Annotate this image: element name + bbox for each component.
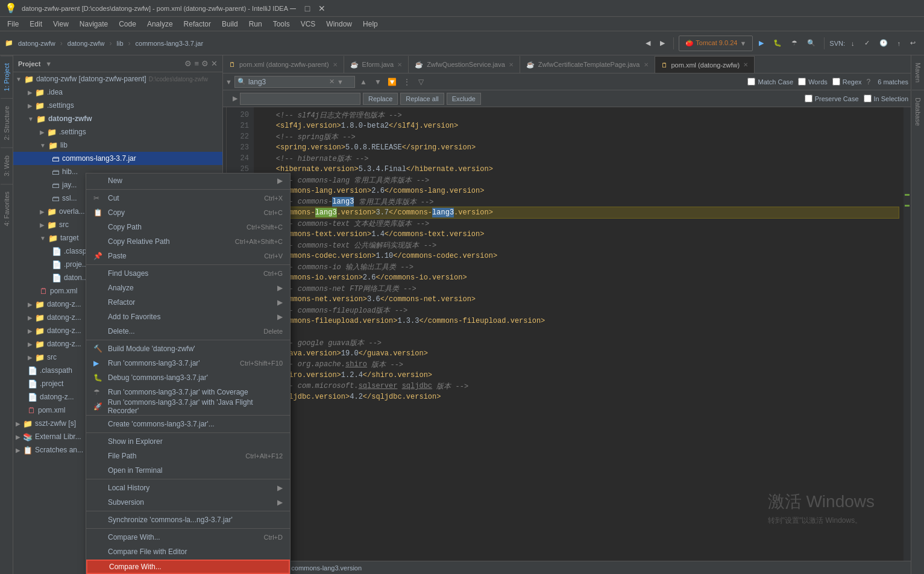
profile-button[interactable]: 🔍 [803,36,819,51]
tree-item-settings[interactable]: ▶ 📁 .settings [13,99,222,112]
cm-local-history[interactable]: Local History ▶ [86,481,290,495]
menu-run[interactable]: Run [244,19,267,30]
cm-add-favorites[interactable]: Add to Favorites ▶ [86,310,290,324]
exclude-button[interactable]: Exclude [447,93,481,105]
cm-copy-path[interactable]: Copy Path Ctrl+Shift+C [86,220,290,234]
tab-zwfw-cert[interactable]: ☕ ZwfwCertificateTemplatePage.java ✕ [520,56,655,73]
cm-add-library[interactable]: Compare With... [86,560,290,574]
coverage-button[interactable]: ☂ [788,36,801,51]
search-options-icon[interactable]: ⋮ [401,76,413,88]
cm-subversion[interactable]: Subversion ▶ [86,495,290,510]
tab-pom-parent[interactable]: 🗒 pom.xml (datong-zwfw-parent) ✕ [223,56,344,73]
debug-button[interactable]: 🐛 [770,36,785,51]
cm-compare-editor[interactable]: Compare File with Editor [86,544,290,559]
replace-collapse-icon[interactable]: ▶ [233,95,237,102]
menu-build[interactable]: Build [217,19,243,30]
cm-show-explorer[interactable]: Show in Explorer [86,434,290,449]
menu-vcs[interactable]: VCS [296,19,321,30]
tab-pom-main[interactable]: 🗒 pom.xml (datong-zwfw) ✕ [655,56,755,73]
match-case-checkbox[interactable] [747,78,755,86]
cm-debug-jar[interactable]: 🐛 Debug 'commons-lang3-3.7.jar' [86,370,290,385]
search-filter-icon[interactable]: 🔽 [386,76,398,88]
words-option[interactable]: Words [798,78,828,86]
search-prev-button[interactable]: ▲ [357,76,369,88]
right-label-database[interactable]: Database [912,90,924,133]
words-checkbox[interactable] [798,78,806,86]
replace-input[interactable] [243,95,351,103]
menu-refactor[interactable]: Refactor [179,19,216,30]
cm-find-usages[interactable]: Find Usages Ctrl+G [86,266,290,281]
settings-icon[interactable]: ⚙ [201,59,209,68]
tab-zwfw-question[interactable]: ☕ ZwfwQuestionService.java ✕ [409,56,520,73]
maximize-button[interactable]: □ [303,4,312,13]
tree-item-root[interactable]: ▼ 📁 datong-zwfw [datong-zwfw-parent] D:\… [13,72,222,86]
run-button[interactable]: ▶ [755,36,767,51]
cm-paste[interactable]: 📌 Paste Ctrl+V [86,249,290,263]
in-selection-option[interactable]: In Selection [864,95,908,102]
gear-icon[interactable]: ⚙ [184,59,192,68]
search-collapse-icon[interactable]: ▼ [225,78,232,86]
tree-item-lib[interactable]: ▼ 📁 lib [13,139,222,152]
cm-open-terminal[interactable]: Open in Terminal [86,463,290,478]
revert-button[interactable]: ↩ [907,36,919,51]
menu-analyze[interactable]: Analyze [142,19,178,30]
cm-file-path[interactable]: File Path Ctrl+Alt+F12 [86,449,290,463]
tree-item-datong-zwfw[interactable]: ▼ 📁 datong-zwfw [13,112,222,125]
cm-run-jar[interactable]: ▶ Run 'commons-lang3-3.7.jar' Ctrl+Shift… [86,356,290,370]
hide-icon[interactable]: ✕ [211,59,218,68]
close-button[interactable]: ✕ [317,4,327,13]
cm-build-module[interactable]: 🔨 Build Module 'datong-zwfw' [86,342,290,356]
cm-delete[interactable]: Delete... Delete [86,324,290,338]
right-label-maven[interactable]: Maven [912,55,924,90]
cm-copy-relative[interactable]: Copy Relative Path Ctrl+Alt+Shift+C [86,234,290,249]
menu-edit[interactable]: Edit [25,19,47,30]
menu-help[interactable]: Help [358,19,383,30]
menu-code[interactable]: Code [114,19,141,30]
cm-run-flight[interactable]: 🚀 Run 'commons-lang3-3.7.jar' with 'Java… [86,399,290,414]
forward-button[interactable]: ▶ [656,36,668,51]
search-clear-icon[interactable]: ✕ [329,78,335,86]
cm-refactor[interactable]: Refactor ▶ [86,295,290,310]
left-label-web[interactable]: 3: Web [1,148,13,184]
cm-copy[interactable]: 📋 Copy Ctrl+C [86,205,290,220]
collapse-icon[interactable]: ≡ [194,59,199,68]
match-case-option[interactable]: Match Case [747,78,793,86]
cm-create-jar[interactable]: Create 'commons-lang3-3.7.jar'... [86,417,290,431]
cm-analyze[interactable]: Analyze ▶ [86,281,290,295]
vcs-history[interactable]: 🕐 [876,36,891,51]
vcs-update[interactable]: ↓ [847,36,858,51]
menu-view[interactable]: View [48,19,74,30]
menu-tools[interactable]: Tools [268,19,295,30]
regex-checkbox[interactable] [832,78,840,86]
menu-window[interactable]: Window [321,19,357,30]
cm-new[interactable]: New ▶ [86,173,290,188]
search-next-button[interactable]: ▼ [372,76,384,88]
menu-navigate[interactable]: Navigate [75,19,113,30]
cm-run-coverage[interactable]: ☂ Run 'commons-lang3-3.7.jar' with Cover… [86,385,290,399]
regex-option[interactable]: Regex [832,78,862,86]
menu-file[interactable]: File [2,19,24,30]
search-next-icon[interactable]: ▼ [337,78,344,86]
cm-compare-with[interactable]: Compare With... Ctrl+D [86,530,290,544]
cm-cut[interactable]: ✂ Cut Ctrl+X [86,191,290,205]
left-label-project[interactable]: 1: Project [1,55,13,98]
minimize-button[interactable]: ─ [288,4,298,13]
tree-item-commons-jar[interactable]: 🗃 commons-lang3-3.7.jar [13,152,222,165]
tab-eform[interactable]: ☕ Eform.java ✕ [344,56,409,73]
code-area[interactable]: <!-- slf4j日志文件管理包版本 --> <slf4j.version>1… [254,107,904,561]
replace-all-button[interactable]: Replace all [400,93,444,105]
run-config[interactable]: 🍅 Tomcat 9.0.24 ▼ [679,36,753,51]
search-filter2-icon[interactable]: ▽ [415,76,427,88]
replace-button[interactable]: Replace [363,93,398,105]
regex-help-icon[interactable]: ? [867,78,871,86]
preserve-case-option[interactable]: Preserve Case [805,95,859,102]
in-selection-checkbox[interactable] [864,95,872,102]
back-button[interactable]: ◀ [642,36,654,51]
preserve-case-checkbox[interactable] [805,95,812,102]
left-label-favorites[interactable]: 4: Favorites [1,184,13,233]
tree-item-idea[interactable]: ▶ 📁 .idea [13,86,222,99]
cm-synchronize[interactable]: Synchronize 'commons-la...ng3-3.7.jar' [86,513,290,527]
vcs-commit[interactable]: ✓ [861,36,873,51]
search-input[interactable] [248,78,327,86]
tree-item-settings2[interactable]: ▶ 📁 .settings [13,125,222,139]
